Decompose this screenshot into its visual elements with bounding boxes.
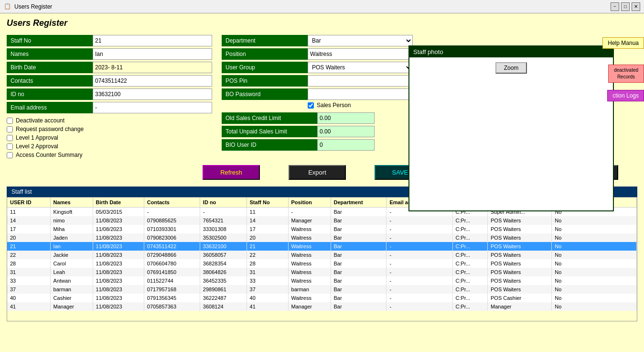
table-cell: Waitress bbox=[288, 268, 331, 276]
birth-date-input[interactable] bbox=[93, 62, 212, 73]
table-cell: 14 bbox=[247, 216, 288, 225]
table-row[interactable]: 17Miha11/08/202307103933013330130817Wait… bbox=[7, 225, 637, 233]
col-names[interactable]: Names bbox=[50, 198, 93, 208]
table-cell: 11/08/2023 bbox=[93, 302, 144, 311]
table-cell: 31 bbox=[7, 268, 50, 276]
table-cell: No bbox=[552, 302, 637, 311]
table-cell: 0791356345 bbox=[144, 294, 200, 302]
table-cell: 11/08/2023 bbox=[93, 276, 144, 285]
table-cell: - bbox=[288, 208, 331, 217]
level2-approval-label: Level 2 Approval bbox=[16, 143, 58, 150]
deactivated-records-button[interactable]: deactivated Records bbox=[608, 65, 644, 83]
department-select[interactable]: Bar bbox=[308, 35, 413, 46]
table-cell: No bbox=[552, 259, 637, 268]
table-cell: Bar bbox=[331, 259, 386, 268]
names-input[interactable] bbox=[93, 48, 212, 60]
table-cell: Jaden bbox=[50, 233, 93, 242]
table-cell: 33632100 bbox=[200, 242, 247, 251]
table-row[interactable]: 33Antwan11/08/20230115227443645233533Wai… bbox=[7, 276, 637, 285]
sales-person-checkbox[interactable] bbox=[308, 102, 314, 109]
level2-approval-checkbox[interactable] bbox=[7, 143, 13, 150]
table-row[interactable]: 40Cashier11/08/202307913563453622248740W… bbox=[7, 294, 637, 302]
table-cell: 11/08/2023 bbox=[93, 233, 144, 242]
position-label: Position bbox=[222, 48, 308, 60]
request-password-checkbox[interactable] bbox=[7, 126, 13, 132]
table-row[interactable]: 28Carol11/08/202307066047803682835428Wai… bbox=[7, 259, 637, 268]
table-cell: 11/08/2023 bbox=[93, 242, 144, 251]
old-sales-credit-label: Old Sales Credit Limit bbox=[222, 112, 317, 124]
table-row[interactable]: 22Jackie11/08/202307290488663605805722Wa… bbox=[7, 251, 637, 259]
contacts-input[interactable] bbox=[93, 75, 212, 87]
table-cell: Bar bbox=[331, 285, 386, 294]
close-button[interactable]: ✕ bbox=[632, 2, 640, 11]
old-sales-credit-input[interactable] bbox=[317, 112, 375, 124]
staff-no-input[interactable] bbox=[93, 35, 212, 46]
table-cell: No bbox=[552, 233, 637, 242]
table-cell: 17 bbox=[247, 225, 288, 233]
table-row[interactable]: 31Leah11/08/202307691418503806482631Wait… bbox=[7, 268, 637, 276]
table-cell: 0769141850 bbox=[144, 268, 200, 276]
help-manual-button[interactable]: Help Manua bbox=[602, 37, 644, 49]
deactivate-row: Deactivate account bbox=[7, 117, 212, 124]
table-cell: 11/08/2023 bbox=[93, 268, 144, 276]
table-cell: C:Pr... bbox=[452, 268, 488, 276]
table-row[interactable]: 20Jaden11/08/202307908230063530250020Wai… bbox=[7, 233, 637, 242]
col-department[interactable]: Department bbox=[331, 198, 386, 208]
names-row: Names bbox=[7, 48, 212, 60]
level1-approval-checkbox[interactable] bbox=[7, 135, 13, 141]
table-cell: 14 bbox=[7, 216, 50, 225]
action-logs-button[interactable]: ction Logs bbox=[607, 90, 644, 101]
table-cell: No bbox=[552, 268, 637, 276]
table-row[interactable]: 37barman11/08/202307179571682989086137ba… bbox=[7, 285, 637, 294]
total-unpaid-input[interactable] bbox=[317, 126, 375, 137]
bo-password-input[interactable] bbox=[308, 88, 413, 100]
table-cell: No bbox=[552, 285, 637, 294]
app-icon: 📋 bbox=[4, 3, 11, 11]
table-cell: - bbox=[386, 285, 452, 294]
user-group-select[interactable]: POS Waiters bbox=[308, 62, 413, 73]
col-position[interactable]: Position bbox=[288, 198, 331, 208]
table-cell: C:Pr... bbox=[452, 302, 488, 311]
table-cell: 28 bbox=[7, 259, 50, 268]
minimize-button[interactable]: − bbox=[611, 2, 619, 11]
export-button[interactable]: Export bbox=[289, 165, 346, 180]
sales-person-label: Sales Person bbox=[317, 102, 351, 109]
col-id-no[interactable]: ID no bbox=[200, 198, 247, 208]
position-input[interactable] bbox=[308, 48, 413, 60]
col-contacts[interactable]: Contacts bbox=[144, 198, 200, 208]
table-cell: 0706604780 bbox=[144, 259, 200, 268]
table-cell: - bbox=[386, 251, 452, 259]
table-cell: - bbox=[386, 276, 452, 285]
col-birth-date[interactable]: Birth Date bbox=[93, 198, 144, 208]
table-cell: 22 bbox=[7, 251, 50, 259]
names-label: Names bbox=[7, 48, 93, 60]
table-cell: POS Waiters bbox=[488, 216, 552, 225]
bio-user-id-input[interactable] bbox=[317, 139, 375, 151]
table-cell: POS Waiters bbox=[488, 268, 552, 276]
table-cell: Bar bbox=[331, 268, 386, 276]
access-counter-checkbox[interactable] bbox=[7, 152, 13, 158]
col-staff-no[interactable]: Staff No bbox=[247, 198, 288, 208]
pos-pin-input[interactable] bbox=[308, 75, 413, 87]
access-counter-row: Access Counter Summary bbox=[7, 152, 212, 158]
zoom-button[interactable]: Zoom bbox=[495, 62, 527, 74]
table-cell: 28 bbox=[247, 259, 288, 268]
email-input[interactable] bbox=[93, 102, 212, 113]
table-cell: Bar bbox=[331, 302, 386, 311]
maximize-button[interactable]: □ bbox=[621, 2, 630, 11]
contacts-row: Contacts bbox=[7, 75, 212, 87]
table-row[interactable]: 14nimo11/08/20230790885625765432114Manag… bbox=[7, 216, 637, 225]
deactivate-checkbox[interactable] bbox=[7, 118, 13, 124]
table-row[interactable]: 41Manager11/08/20230705857363360812441Ma… bbox=[7, 302, 637, 311]
refresh-button[interactable]: Refresh bbox=[203, 165, 260, 180]
table-row[interactable]: 21Ian11/08/202307435114223363210021Waitr… bbox=[7, 242, 637, 251]
id-no-input[interactable] bbox=[93, 88, 212, 100]
staff-no-row: Staff No bbox=[7, 35, 212, 46]
table-cell: 20 bbox=[7, 233, 50, 242]
table-cell: C:Pr... bbox=[452, 285, 488, 294]
col-user-id[interactable]: USER ID bbox=[7, 198, 50, 208]
table-cell: 36222487 bbox=[200, 294, 247, 302]
table-container[interactable]: USER ID Names Birth Date Contacts ID no … bbox=[7, 197, 637, 321]
department-row: Department Bar bbox=[222, 35, 413, 46]
level2-approval-row: Level 2 Approval bbox=[7, 143, 212, 150]
